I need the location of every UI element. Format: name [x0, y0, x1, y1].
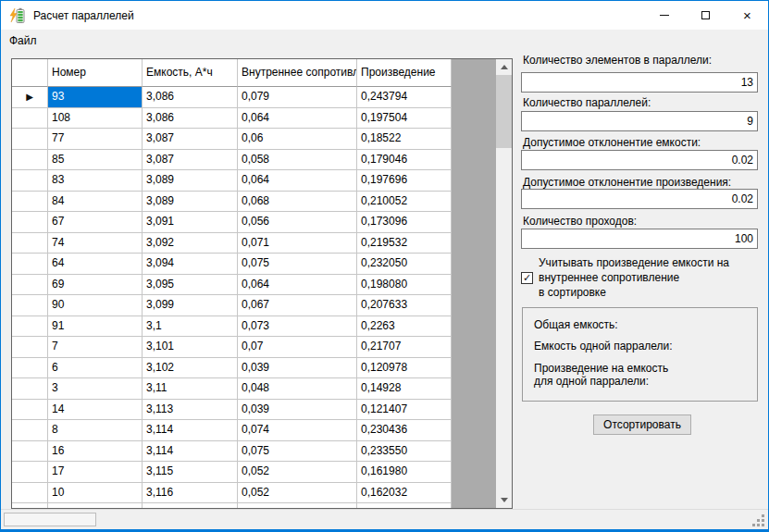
grid-cell[interactable]: 0,121407	[357, 400, 452, 421]
row-header-cell[interactable]	[12, 150, 48, 171]
grid-cell[interactable]: 8	[48, 420, 143, 441]
row-header-cell[interactable]	[12, 358, 48, 379]
grid-cell[interactable]: 0,179046	[357, 150, 452, 171]
grid-cell[interactable]: 3	[48, 378, 143, 400]
grid-cell[interactable]: 0,064	[238, 275, 357, 296]
table-row[interactable]: 143,1130,0390,121407	[12, 400, 452, 421]
grid-cell[interactable]: 0,207633	[357, 295, 452, 316]
table-row[interactable]: 833,0890,0640,197696	[12, 170, 452, 192]
grid-cell[interactable]: 93	[48, 87, 143, 108]
grid-cell[interactable]: 3,113	[143, 400, 238, 421]
grid-corner-cell[interactable]	[12, 59, 48, 87]
grid-cell[interactable]: 0,056	[238, 212, 357, 233]
grid-cell[interactable]: 0,233550	[357, 441, 452, 463]
row-header-cell[interactable]	[12, 254, 48, 275]
grid-cell[interactable]: 3,115	[143, 462, 238, 483]
grid-cell[interactable]: 3,095	[143, 275, 238, 296]
grid-cell[interactable]: 3,102	[143, 358, 238, 379]
grid-cell[interactable]: 0,219532	[357, 233, 452, 254]
grid-cell[interactable]: 3,121	[143, 503, 238, 508]
table-row[interactable]: 913,10,0730,2263	[12, 316, 452, 338]
resize-grip[interactable]	[753, 515, 764, 526]
grid-cell[interactable]: 0,073	[238, 316, 357, 338]
grid-cell[interactable]: 7	[48, 337, 143, 358]
table-row[interactable]: 903,0990,0670,207633	[12, 295, 452, 316]
scroll-down-button[interactable]	[496, 492, 512, 508]
grid-cell[interactable]: 108	[48, 108, 143, 130]
row-header-cell[interactable]	[12, 295, 48, 316]
grid-cell[interactable]: 11	[48, 503, 143, 508]
grid-cell[interactable]: 0,161980	[357, 462, 452, 483]
table-row[interactable]: 163,1140,0750,233550	[12, 441, 452, 463]
row-header-cell[interactable]	[12, 462, 48, 483]
table-row[interactable]: 743,0920,0710,219532	[12, 233, 452, 254]
grid-cell[interactable]: 84	[48, 192, 143, 213]
row-header-cell[interactable]	[12, 441, 48, 463]
grid-cell[interactable]: 0,074	[238, 420, 357, 441]
table-row[interactable]: 673,0910,0560,173096	[12, 212, 452, 233]
grid-cell[interactable]: 0,198080	[357, 275, 452, 296]
scrollbar-thumb[interactable]	[496, 75, 512, 148]
grid-cell[interactable]: 0,230436	[357, 420, 452, 441]
sort-button[interactable]: Отсортировать	[593, 414, 691, 435]
table-row[interactable]: 693,0950,0640,198080	[12, 275, 452, 296]
grid-cell[interactable]: 0,18522	[357, 129, 452, 150]
consider-product-checkbox-label[interactable]: Учитывать произведение емкости на внутре…	[539, 255, 761, 300]
grid-cell[interactable]: 3,114	[143, 420, 238, 441]
consider-product-checkbox[interactable]: ✓	[521, 272, 533, 284]
grid-cell[interactable]: 0,068	[238, 192, 357, 213]
grid-cell[interactable]: 16	[48, 441, 143, 463]
grid-cell[interactable]: 0,052	[238, 462, 357, 483]
grid-cell[interactable]: 69	[48, 275, 143, 296]
grid-cell[interactable]: 67	[48, 212, 143, 233]
row-header-cell[interactable]	[12, 275, 48, 296]
table-row[interactable]: 63,1020,0390,120978	[12, 358, 452, 379]
grid-cell[interactable]: 0,079	[238, 87, 357, 108]
table-row[interactable]: 173,1150,0520,161980	[12, 462, 452, 483]
grid-cell[interactable]: 3,099	[143, 295, 238, 316]
grid-cell[interactable]: 0,058	[238, 150, 357, 171]
row-header-cell[interactable]	[12, 483, 48, 504]
column-header-number[interactable]: Номер	[48, 59, 143, 87]
table-row[interactable]: 83,1140,0740,230436	[12, 420, 452, 441]
grid-cell[interactable]: 3,086	[143, 87, 238, 108]
vertical-scrollbar[interactable]	[496, 59, 512, 508]
table-row[interactable]: 853,0870,0580,179046	[12, 150, 452, 171]
grid-cell[interactable]: 3,114	[143, 441, 238, 463]
grid-cell[interactable]: 0,14928	[357, 378, 452, 400]
minimize-button[interactable]	[643, 1, 685, 30]
grid-cell[interactable]: 0,048	[238, 378, 357, 400]
grid-cell[interactable]: 0,197504	[357, 108, 452, 130]
row-header-cell[interactable]	[12, 378, 48, 400]
grid-cell[interactable]: 0,06	[238, 129, 357, 150]
table-row[interactable]: 643,0940,0750,232050	[12, 254, 452, 275]
grid-cell[interactable]: 90	[48, 295, 143, 316]
grid-cell[interactable]: 64	[48, 254, 143, 275]
row-header-cell[interactable]	[12, 233, 48, 254]
grid-cell[interactable]: 0,112356	[357, 503, 452, 508]
row-header-cell[interactable]	[12, 170, 48, 192]
row-header-cell[interactable]	[12, 316, 48, 338]
grid-cell[interactable]: 3,087	[143, 150, 238, 171]
grid-cell[interactable]: 0,036	[238, 503, 357, 508]
grid-cell[interactable]: 85	[48, 150, 143, 171]
grid-cell[interactable]: 3,086	[143, 108, 238, 130]
row-header-cell[interactable]	[12, 503, 48, 508]
scroll-up-button[interactable]	[496, 59, 512, 75]
grid-cell[interactable]: 3,094	[143, 254, 238, 275]
grid-cell[interactable]: 0,067	[238, 295, 357, 316]
grid-cell[interactable]: 0,064	[238, 170, 357, 192]
grid-cell[interactable]: 3,091	[143, 212, 238, 233]
grid-cell[interactable]: 0,243794	[357, 87, 452, 108]
menu-item-file[interactable]: Файл	[1, 31, 45, 51]
table-row[interactable]: 73,1010,070,21707	[12, 337, 452, 358]
grid-cell[interactable]: 3,089	[143, 170, 238, 192]
grid-cell[interactable]: 17	[48, 462, 143, 483]
row-header-cell[interactable]	[12, 108, 48, 130]
grid-cell[interactable]: 0,197696	[357, 170, 452, 192]
grid-cell[interactable]: 0,039	[238, 358, 357, 379]
grid-cell[interactable]: 83	[48, 170, 143, 192]
grid-cell[interactable]: 3,092	[143, 233, 238, 254]
grid-cell[interactable]: 0,21707	[357, 337, 452, 358]
grid-cell[interactable]: 0,075	[238, 441, 357, 463]
